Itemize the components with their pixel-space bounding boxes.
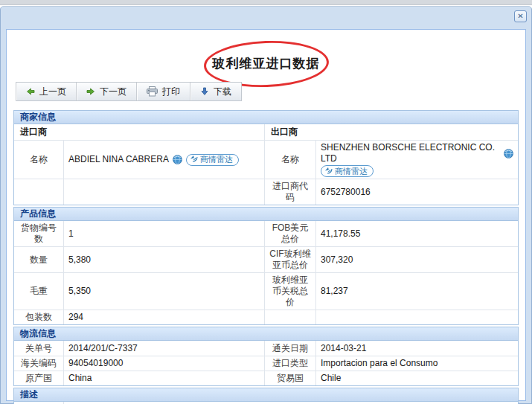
- prev-page-button[interactable]: 上一页: [16, 83, 77, 100]
- importer-name-label: 名称: [14, 141, 63, 179]
- importer-radar-badge-label: 商情雷达: [200, 154, 233, 165]
- field-value: China: [63, 371, 264, 385]
- field-value: 94054019000: [63, 356, 264, 371]
- field-value: 5,380: [63, 247, 264, 272]
- table-row: 关单号 2014/201/C-7337 通关日期 2014-03-21: [14, 341, 518, 356]
- exporter-name-label: 名称: [264, 141, 315, 179]
- importer-name-value: ABDIEL NINA CABRERA: [68, 154, 169, 165]
- field-label: 货物编号数: [14, 221, 63, 246]
- print-label: 打印: [162, 86, 180, 98]
- table-row: 数量 5,380 CIF玻利维亚币总价 307,320: [14, 246, 518, 272]
- section-product-info: 产品信息 货物编号数 1 FOB美元总价 41,178.55 数量 5,380 …: [13, 207, 519, 325]
- page-title: 玻利维亚进口数据: [213, 55, 320, 72]
- field-value: 1: [63, 221, 264, 246]
- close-icon: ✕: [517, 12, 523, 20]
- field-label: 进口类型: [264, 356, 315, 371]
- title-area: 玻利维亚进口数据: [7, 40, 525, 85]
- table-row: 海关编码 94054019000 进口类型 Importacion para e…: [14, 356, 518, 371]
- field-value: 2014-03-21: [315, 341, 518, 356]
- field-value: 41,178.55: [315, 221, 518, 246]
- empty-cell: [14, 179, 63, 205]
- radar-icon: [190, 154, 198, 165]
- section-description: 描述 产品描述 PANELES DE LUZ LED: [13, 388, 519, 404]
- importer-code-label: 进口商代码: [264, 179, 315, 205]
- field-value: Importacion para el Consumo: [315, 356, 518, 371]
- field-value: [315, 310, 518, 324]
- globe-icon[interactable]: [173, 155, 182, 164]
- importer-name-cell: ABDIEL NINA CABRERA: [63, 141, 264, 179]
- table-row: 货物编号数 1 FOB美元总价 41,178.55: [14, 221, 518, 246]
- field-label: 通关日期: [264, 341, 315, 356]
- dialog-window: ✕ 玻利维亚进口数据 上一页 下一页: [0, 6, 532, 404]
- globe-icon[interactable]: [504, 149, 513, 158]
- importer-column-header: 进口商: [14, 124, 264, 140]
- printer-icon: [147, 86, 158, 97]
- detail-tables: 商家信息 进口商 出口商 名称 ABDIEL NINA CABRERA: [13, 110, 519, 404]
- field-label: 毛重: [14, 273, 63, 310]
- merchant-subheader-row: 进口商 出口商: [14, 124, 518, 140]
- field-value: Chile: [315, 371, 518, 385]
- section-merchant-info: 商家信息 进口商 出口商 名称 ABDIEL NINA CABRERA: [13, 110, 519, 205]
- download-label: 下载: [214, 86, 231, 98]
- next-page-label: 下一页: [100, 86, 126, 98]
- arrow-left-icon: [26, 87, 35, 96]
- description-section-header: 描述: [14, 388, 518, 402]
- exporter-radar-badge[interactable]: 商情雷达: [321, 165, 374, 177]
- field-value: 307,320: [315, 247, 518, 272]
- importer-code-row: 进口商代码 6752780016: [14, 179, 518, 205]
- merchant-section-header: 商家信息: [14, 111, 518, 124]
- prev-page-label: 上一页: [39, 86, 66, 98]
- logistics-section-header: 物流信息: [14, 327, 518, 341]
- field-label: [264, 310, 315, 324]
- field-value: 2014/201/C-7337: [63, 341, 264, 356]
- field-label: 关单号: [14, 341, 63, 356]
- radar-icon: [324, 166, 333, 177]
- field-label: 玻利维亚币关税总价: [264, 273, 315, 310]
- table-row: 原产国 China 贸易国 Chile: [14, 371, 518, 385]
- print-button[interactable]: 打印: [137, 83, 190, 100]
- field-value: 5,350: [63, 273, 264, 310]
- page-background-strip: [0, 0, 532, 5]
- download-button[interactable]: 下载: [190, 83, 241, 100]
- field-label: 贸易国: [264, 371, 315, 385]
- exporter-radar-badge-label: 商情雷达: [335, 166, 368, 177]
- field-label: 原产国: [14, 371, 63, 385]
- exporter-name-value: SHENZHEN BORSCHE ELECTRONIC CO. LTD: [321, 142, 500, 164]
- next-page-button[interactable]: 下一页: [77, 83, 137, 100]
- field-label: 海关编码: [14, 356, 63, 371]
- field-label: 包装数: [14, 310, 63, 324]
- close-button[interactable]: ✕: [514, 10, 527, 22]
- exporter-name-cell: SHENZHEN BORSCHE ELECTRONIC CO. LTD: [315, 141, 518, 179]
- field-label: FOB美元总价: [264, 221, 315, 246]
- merchant-name-row: 名称 ABDIEL NINA CABRERA: [14, 140, 518, 179]
- field-value: 81,237: [315, 273, 518, 310]
- importer-radar-badge[interactable]: 商情雷达: [186, 154, 239, 166]
- toolbar: 上一页 下一页 打印: [16, 82, 242, 101]
- section-logistics-info: 物流信息 关单号 2014/201/C-7337 通关日期 2014-03-21…: [13, 327, 519, 386]
- exporter-column-header: 出口商: [264, 124, 518, 140]
- field-label: CIF玻利维亚币总价: [264, 247, 315, 272]
- dialog-content-panel: 玻利维亚进口数据 上一页 下一页: [6, 29, 526, 401]
- empty-cell: [63, 179, 264, 205]
- arrow-down-icon: [200, 87, 209, 96]
- field-value: 294: [63, 310, 264, 324]
- table-row: 包装数 294: [14, 310, 518, 324]
- product-section-header: 产品信息: [14, 208, 518, 221]
- field-label: 数量: [14, 247, 63, 272]
- table-row: 毛重 5,350 玻利维亚币关税总价 81,237: [14, 272, 518, 310]
- arrow-right-icon: [86, 87, 95, 96]
- importer-code-value: 6752780016: [315, 179, 518, 205]
